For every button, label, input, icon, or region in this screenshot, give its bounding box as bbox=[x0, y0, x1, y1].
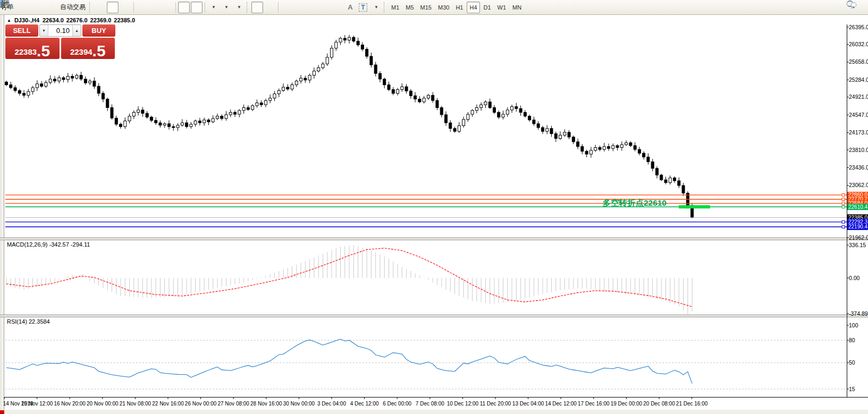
crosshair-button[interactable] bbox=[264, 2, 276, 13]
bar-chart-button[interactable] bbox=[94, 2, 106, 13]
channel-button[interactable]: E bbox=[319, 2, 331, 13]
chevron-down-icon: ▼ bbox=[374, 5, 378, 10]
candle-body bbox=[401, 87, 403, 89]
tf-button-M1[interactable]: M1 bbox=[389, 2, 402, 13]
candle-body bbox=[493, 107, 495, 112]
candle-body bbox=[563, 132, 566, 135]
date-label: 15 Nov 12:00 bbox=[21, 401, 53, 407]
trendline-button[interactable] bbox=[306, 2, 318, 13]
annotation-text[interactable]: 多空转折点22610 bbox=[602, 198, 667, 207]
line-anchor-handle[interactable] bbox=[842, 198, 845, 200]
toolbar-separator bbox=[175, 2, 176, 13]
date-label: 21 Nov 08:00 bbox=[120, 401, 151, 407]
tf-button-D1[interactable]: D1 bbox=[481, 2, 494, 13]
chart-shift-button[interactable] bbox=[191, 2, 203, 13]
text-icon: A bbox=[348, 3, 352, 11]
toolbar-right bbox=[846, 0, 868, 15]
volume-increase-button[interactable]: ▲ bbox=[72, 25, 81, 36]
text-button[interactable]: A bbox=[344, 2, 356, 13]
chart-canvas[interactable]: 26395.026032.025658.025284.024921.024547… bbox=[0, 15, 868, 414]
buy-price-main: 22394 bbox=[70, 48, 92, 56]
collapse-triangle-icon[interactable]: ▲ bbox=[7, 18, 11, 23]
horizontal-line-button[interactable] bbox=[293, 2, 305, 13]
tf-button-W1[interactable]: W1 bbox=[495, 2, 509, 13]
candle-body bbox=[62, 78, 65, 80]
candle-body bbox=[229, 112, 232, 114]
line-anchor-handle[interactable] bbox=[842, 225, 845, 228]
candle-body bbox=[348, 37, 351, 40]
buy-price-display[interactable]: 22394 .5 bbox=[61, 38, 115, 59]
candle-body bbox=[673, 178, 676, 181]
autotrading-button[interactable]: 自动交易 bbox=[57, 2, 87, 13]
candle-body bbox=[519, 108, 522, 112]
candle-body bbox=[397, 90, 399, 94]
green-segment[interactable] bbox=[679, 205, 710, 208]
date-label: 27 Nov 08:00 bbox=[217, 401, 249, 407]
chevron-down-icon: ▼ bbox=[212, 5, 216, 10]
zoom-out-button[interactable] bbox=[149, 2, 161, 13]
candle-body bbox=[308, 75, 311, 80]
tf-button-H4[interactable]: H4 bbox=[467, 2, 479, 13]
cursor-button[interactable] bbox=[251, 2, 263, 13]
candle-body bbox=[317, 67, 320, 71]
candle-body bbox=[577, 142, 579, 147]
candle-body bbox=[585, 151, 588, 154]
candle-body bbox=[589, 150, 592, 154]
volume-stepper: ▼ ▲ bbox=[39, 24, 81, 37]
new-order-icon-button[interactable] bbox=[19, 2, 30, 13]
candle-body bbox=[546, 129, 549, 131]
toolbar-grip bbox=[247, 2, 249, 13]
label-button[interactable]: T bbox=[357, 2, 369, 13]
candle-body bbox=[361, 45, 364, 49]
line-chart-button[interactable] bbox=[120, 2, 131, 13]
candle-body bbox=[387, 85, 390, 90]
date-label: 22 Nov 16:00 bbox=[152, 401, 184, 407]
candle-body bbox=[80, 75, 82, 79]
candle-body bbox=[97, 86, 100, 93]
tile-windows-button[interactable] bbox=[162, 2, 173, 13]
ohlc-open: 22634.0 bbox=[43, 17, 64, 23]
candle-body bbox=[383, 79, 386, 85]
sell-price-display[interactable]: 22383 .5 bbox=[5, 38, 60, 59]
candle-body bbox=[277, 90, 280, 94]
indicators-button[interactable]: ▼ bbox=[233, 2, 245, 13]
candlestick-button[interactable] bbox=[107, 2, 119, 13]
candle-body bbox=[146, 113, 148, 117]
fibonacci-button[interactable]: F bbox=[332, 2, 343, 13]
date-label: 28 Nov 16:00 bbox=[250, 401, 282, 407]
candle-body bbox=[655, 168, 658, 175]
sell-button[interactable]: SELL bbox=[5, 24, 38, 37]
signals-button[interactable] bbox=[44, 2, 56, 13]
candle-body bbox=[322, 64, 324, 67]
community-button[interactable] bbox=[31, 2, 43, 13]
vertical-line-button[interactable] bbox=[281, 2, 292, 13]
volume-input[interactable] bbox=[48, 25, 72, 36]
date-label: 30 Nov 00:00 bbox=[283, 401, 315, 407]
auto-scroll-button[interactable] bbox=[178, 2, 190, 13]
candle-body bbox=[660, 175, 663, 180]
date-label: 20 Nov 00:00 bbox=[87, 401, 119, 407]
tf-button-M15[interactable]: M15 bbox=[418, 2, 434, 13]
line-anchor-handle[interactable] bbox=[842, 202, 845, 205]
volume-decrease-button[interactable]: ▼ bbox=[40, 25, 48, 36]
line-anchor-handle[interactable] bbox=[842, 221, 845, 223]
shapes-button[interactable]: ▼ bbox=[370, 2, 382, 13]
line-anchor-handle[interactable] bbox=[842, 206, 845, 208]
candle-body bbox=[480, 105, 483, 107]
tf-button-H1[interactable]: H1 bbox=[453, 2, 466, 13]
price-axis-label: 26395.0 bbox=[849, 24, 868, 30]
periods-button[interactable]: ▼ bbox=[220, 2, 232, 13]
tf-button-M5[interactable]: M5 bbox=[403, 2, 416, 13]
candle-body bbox=[629, 143, 632, 146]
tf-button-M30[interactable]: M30 bbox=[435, 2, 452, 13]
new-chart-button[interactable]: ▼ bbox=[207, 2, 219, 13]
tf-button-MN[interactable]: MN bbox=[510, 2, 524, 13]
candle-body bbox=[264, 100, 267, 105]
buy-button[interactable]: BUY bbox=[82, 24, 115, 37]
macd-header: MACD(12,26,9) -342.57 -294.11 bbox=[7, 241, 90, 248]
candle-body bbox=[462, 120, 465, 126]
chat-button[interactable] bbox=[859, 2, 868, 13]
zoom-in-button[interactable] bbox=[136, 2, 148, 13]
toolbar-grip bbox=[89, 2, 91, 13]
line-anchor-handle[interactable] bbox=[842, 193, 845, 196]
